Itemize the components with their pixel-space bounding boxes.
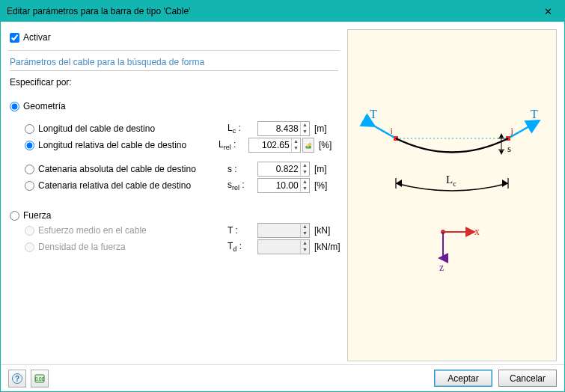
- activate-label[interactable]: Activar: [23, 32, 51, 43]
- client-area: Activar Parámetros del cable para la bús…: [1, 22, 564, 391]
- input-srel[interactable]: ▲▼: [257, 178, 310, 193]
- opt-abs-catenary-row: Catenaria absoluta del cable de destino …: [8, 161, 340, 177]
- sym-Lrel: Lrel :: [219, 139, 248, 151]
- force-radio-row: Fuerza: [8, 209, 340, 222]
- opt-abs-catenary-radio[interactable]: [25, 165, 34, 174]
- unit-T: [kN]: [310, 225, 340, 236]
- spin-up-icon: ▲: [301, 240, 309, 247]
- activate-checkbox[interactable]: [10, 33, 19, 43]
- spin-up-icon[interactable]: ▲: [292, 138, 300, 145]
- activate-row: Activar: [8, 29, 340, 50]
- cable-diagram: T T i j s: [355, 105, 549, 284]
- opt-length-label[interactable]: Longitud del cable de destino: [38, 123, 227, 134]
- sym-s: s :: [227, 164, 257, 174]
- diagram-s: s: [507, 143, 511, 154]
- geometry-radio[interactable]: [10, 102, 19, 111]
- opt-rel-catenary-row: Catenaria relativa del cable de destino …: [8, 177, 340, 194]
- input-s[interactable]: ▲▼: [257, 162, 310, 177]
- accept-button[interactable]: Aceptar: [434, 370, 492, 387]
- opt-abs-catenary-label[interactable]: Catenaria absoluta del cable de destino: [38, 164, 227, 174]
- window-title: Editar parámetros para la barra de tipo …: [7, 6, 537, 16]
- spin-down-icon[interactable]: ▼: [301, 169, 309, 176]
- help-button[interactable]: ?: [8, 370, 26, 388]
- geometry-radio-row: Geometría: [8, 99, 340, 113]
- sym-Td: Td :: [227, 241, 257, 253]
- help-icon: ?: [11, 373, 23, 385]
- opt-relative-length-radio[interactable]: [25, 141, 34, 150]
- unit-Lrel: [%]: [314, 140, 340, 150]
- opt-density-radio: [25, 242, 34, 252]
- diagram-z: z: [439, 262, 444, 273]
- sym-Lc: Lc :: [227, 123, 257, 135]
- spin-down-icon[interactable]: ▼: [301, 129, 309, 135]
- opt-relative-length-label[interactable]: Longitud relativa del cable de destino: [38, 140, 219, 150]
- title-bar: Editar parámetros para la barra de tipo …: [1, 1, 564, 22]
- unit-s: [m]: [310, 164, 340, 174]
- spin-down-icon: ▼: [301, 230, 309, 237]
- input-Lc[interactable]: ▲▼: [257, 121, 310, 136]
- opt-rel-catenary-radio[interactable]: [25, 181, 34, 191]
- diagram-T-right: T: [531, 108, 538, 120]
- sym-srel: srel :: [227, 180, 257, 192]
- dialog-footer: ? 0.00 Aceptar Cancelar: [1, 364, 564, 391]
- opt-rel-catenary-label[interactable]: Catenaria relativa del cable de destino: [38, 180, 227, 191]
- left-pane: Activar Parámetros del cable para la bús…: [8, 29, 340, 361]
- force-radio[interactable]: [10, 211, 19, 221]
- opt-avg-label: Esfuerzo medio en el cable: [38, 225, 227, 236]
- svg-text:?: ?: [15, 375, 19, 383]
- opt-relative-length-row: Longitud relativa del cable de destino L…: [8, 137, 340, 153]
- spin-up-icon: ▲: [301, 224, 309, 230]
- opt-density-row: Densidad de la fuerza Td : ▲▼ [kN/m]: [8, 239, 340, 255]
- section-underline: [10, 70, 338, 71]
- spin-up-icon[interactable]: ▲: [301, 179, 309, 186]
- preview-pane: T T i j s: [347, 29, 557, 361]
- unit-Td: [kN/m]: [310, 242, 340, 252]
- units-button[interactable]: 0.00: [31, 370, 49, 388]
- spin-down-icon: ▼: [301, 247, 309, 254]
- opt-density-label: Densidad de la fuerza: [38, 242, 227, 252]
- spin-up-icon[interactable]: ▲: [301, 122, 309, 129]
- close-icon: ✕: [544, 6, 552, 17]
- units-icon: 0.00: [34, 373, 46, 385]
- sym-T: T :: [227, 225, 257, 236]
- diagram-T-left: T: [370, 108, 377, 120]
- dialog-window: Editar parámetros para la barra de tipo …: [0, 0, 565, 392]
- spin-down-icon[interactable]: ▼: [301, 186, 309, 192]
- opt-length-radio[interactable]: [25, 124, 34, 134]
- spin-down-icon[interactable]: ▼: [292, 145, 300, 152]
- input-Lrel[interactable]: ▲▼: [248, 138, 301, 153]
- opt-avg-row: Esfuerzo medio en el cable T : ▲▼ [kN]: [8, 222, 340, 239]
- svg-text:0.00: 0.00: [35, 376, 45, 382]
- opt-length-row: Longitud del cable de destino Lc : ▲▼ [m…: [8, 120, 340, 137]
- geometry-label[interactable]: Geometría: [23, 101, 340, 111]
- diagram-j: j: [510, 126, 513, 135]
- opt-avg-radio: [25, 226, 34, 236]
- spin-up-icon[interactable]: ▲: [301, 162, 309, 169]
- diagram-x: x: [474, 226, 480, 237]
- section-title: Parámetros del cable para la búsqueda de…: [8, 51, 340, 70]
- close-button[interactable]: ✕: [537, 4, 558, 19]
- unit-Lc: [m]: [310, 123, 340, 134]
- dialog-body: Activar Parámetros del cable para la bús…: [1, 22, 564, 364]
- input-T: ▲▼: [257, 223, 310, 238]
- diagram-Lc: Lc: [446, 174, 456, 188]
- force-label[interactable]: Fuerza: [23, 210, 340, 221]
- cancel-button[interactable]: Cancelar: [498, 370, 557, 387]
- input-Td: ▲▼: [257, 239, 310, 254]
- diagram-i: i: [391, 126, 392, 135]
- specify-label: Especificar por:: [8, 76, 340, 92]
- edit-Lrel-button[interactable]: [302, 138, 314, 153]
- unit-srel: [%]: [310, 180, 340, 191]
